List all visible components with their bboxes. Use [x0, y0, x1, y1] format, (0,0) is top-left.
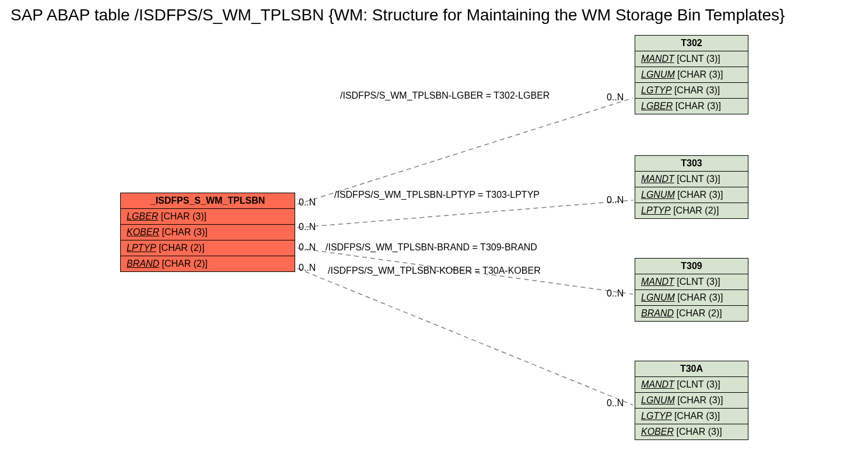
entity-t309-field: MANDT [CLNT (3)] [635, 274, 748, 290]
cardinality-left: 0..N [299, 222, 316, 232]
entity-t302-field: MANDT [CLNT (3)] [635, 51, 748, 67]
entity-t309: T309 MANDT [CLNT (3)] LGNUM [CHAR (3)] B… [635, 258, 748, 322]
entity-t303-field: LGNUM [CHAR (3)] [635, 187, 748, 203]
svg-line-0 [298, 98, 633, 204]
entity-t302-field: LGTYP [CHAR (3)] [635, 83, 748, 99]
relation-label: /ISDFPS/S_WM_TPLSBN-BRAND = T309-BRAND [326, 242, 537, 253]
relation-label: /ISDFPS/S_WM_TPLSBN-LGBER = T302-LGBER [340, 90, 550, 101]
cardinality-left: 0..N [299, 263, 316, 273]
page-title: SAP ABAP table /ISDFPS/S_WM_TPLSBN {WM: … [10, 6, 785, 25]
entity-t303-field: LPTYP [CHAR (2)] [635, 203, 748, 218]
entity-t309-field: LGNUM [CHAR (3)] [635, 290, 748, 306]
entity-main-field: LGBER [CHAR (3)] [121, 209, 295, 225]
cardinality-right: 0..N [607, 398, 624, 409]
entity-t30a: T30A MANDT [CLNT (3)] LGNUM [CHAR (3)] L… [635, 361, 748, 440]
entity-t309-field: BRAND [CHAR (2)] [635, 306, 748, 321]
svg-line-1 [298, 200, 633, 228]
entity-t303: T303 MANDT [CLNT (3)] LGNUM [CHAR (3)] L… [635, 155, 748, 219]
entity-t302-field: LGBER [CHAR (3)] [635, 99, 748, 114]
svg-line-3 [298, 268, 633, 405]
entity-main-field: BRAND [CHAR (2)] [121, 256, 295, 271]
cardinality-right: 0..N [607, 92, 624, 103]
entity-main: _ISDFPS_S_WM_TPLSBN LGBER [CHAR (3)] KOB… [120, 193, 295, 272]
entity-t30a-field: LGTYP [CHAR (3)] [635, 409, 748, 424]
entity-t302-field: LGNUM [CHAR (3)] [635, 67, 748, 83]
entity-main-field: KOBER [CHAR (3)] [121, 225, 295, 240]
cardinality-right: 0..N [607, 195, 624, 205]
entity-t302: T302 MANDT [CLNT (3)] LGNUM [CHAR (3)] L… [635, 35, 748, 114]
entity-t30a-header: T30A [635, 361, 748, 377]
cardinality-left: 0..N [299, 242, 316, 253]
entity-main-header: _ISDFPS_S_WM_TPLSBN [121, 193, 295, 209]
entity-t30a-field: KOBER [CHAR (3)] [635, 424, 748, 439]
relation-label: /ISDFPS/S_WM_TPLSBN-KOBER = T30A-KOBER [328, 266, 541, 276]
entity-t309-header: T309 [635, 259, 748, 274]
entity-t30a-field: MANDT [CLNT (3)] [635, 377, 748, 393]
cardinality-left: 0..N [299, 197, 316, 208]
entity-main-field: LPTYP [CHAR (2)] [121, 240, 295, 256]
entity-t302-header: T302 [635, 36, 748, 51]
entity-t303-field: MANDT [CLNT (3)] [635, 172, 748, 187]
cardinality-right: 0..N [607, 288, 624, 299]
entity-t30a-field: LGNUM [CHAR (3)] [635, 393, 748, 409]
entity-t303-header: T303 [635, 156, 748, 172]
relation-label: /ISDFPS/S_WM_TPLSBN-LPTYP = T303-LPTYP [334, 190, 540, 200]
